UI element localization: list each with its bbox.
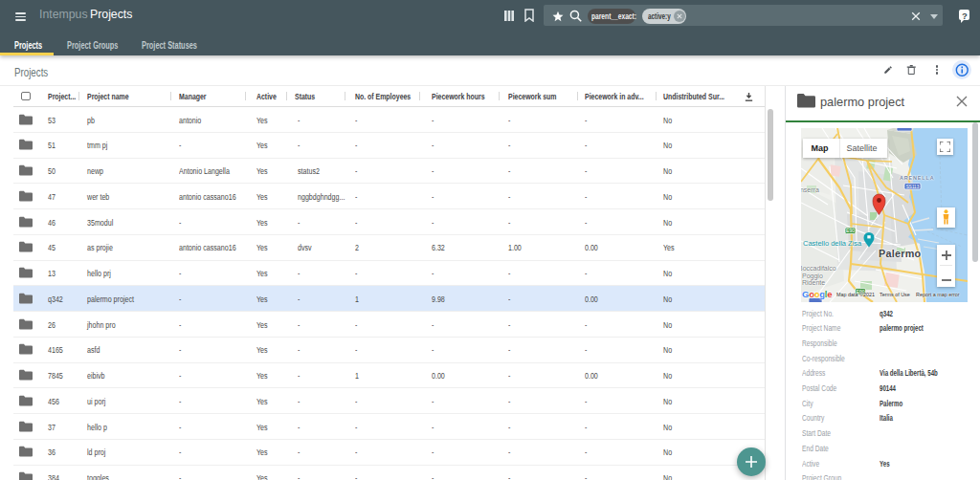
svg-text:SS113: SS113 <box>906 185 920 189</box>
svg-text:E90: E90 <box>846 228 855 233</box>
